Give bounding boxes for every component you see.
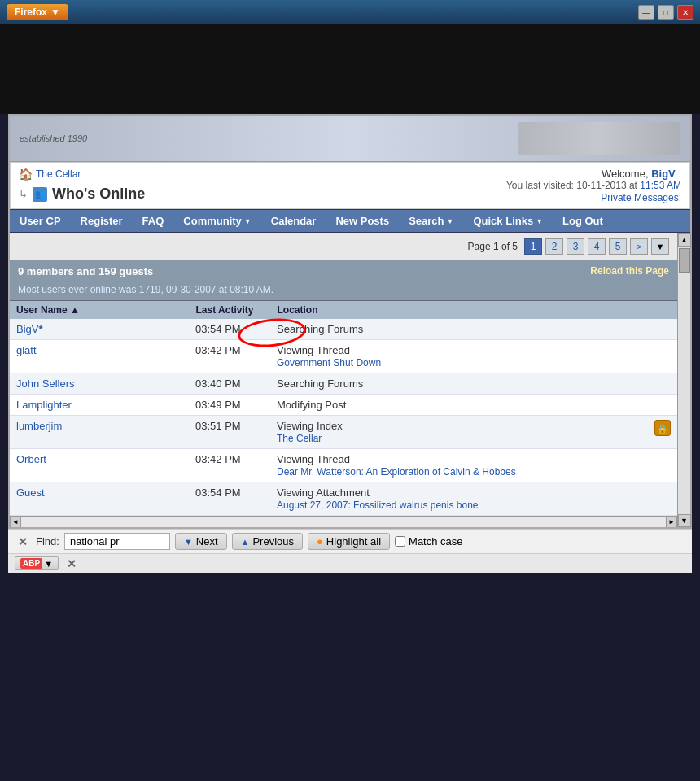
user-guest: Guest [16, 486, 45, 499]
match-case-checkbox[interactable] [395, 536, 405, 547]
firefox-label: Firefox [15, 7, 47, 18]
forum-header: established 1990 [10, 116, 690, 162]
nav-logout[interactable]: Log Out [553, 210, 613, 232]
match-case-area: Match case [395, 535, 462, 548]
scroll-thumb[interactable] [679, 248, 690, 273]
find-next-button[interactable]: ▼ Next [175, 533, 227, 550]
private-messages-link[interactable]: Private Messages: [601, 192, 681, 203]
highlight-icon: ● [317, 535, 323, 548]
nav-newposts[interactable]: New Posts [326, 210, 399, 232]
time-glatt: 03:42 PM [189, 340, 270, 373]
find-label: Find: [36, 535, 59, 548]
scroll-up-arrow[interactable]: ▲ [678, 233, 691, 247]
location-johnsellers: Searching Forums [270, 373, 677, 395]
table-row: Orbert 03:42 PM Viewing Thread Dear Mr. … [10, 449, 677, 482]
table-row: John Sellers 03:40 PM Searching Forums [10, 373, 677, 395]
page-btn-3[interactable]: 3 [567, 238, 584, 255]
window-title-bar: Firefox ▼ [7, 4, 68, 20]
reload-link[interactable]: Reload this Page [590, 265, 669, 277]
page-label: Page 1 of 5 [468, 241, 518, 252]
home-icon: 🏠 [19, 168, 33, 181]
table-row: glatt 03:42 PM Viewing Thread Government… [10, 340, 677, 373]
highlight-all-label: Highlight all [326, 535, 381, 548]
location-bigv: Searching Forums [270, 319, 677, 340]
vertical-scrollbar[interactable]: ▲ ▼ [677, 233, 690, 527]
users-table: User Name ▲ Last Activity Location [10, 301, 677, 516]
page-next-btn[interactable]: > [630, 238, 648, 255]
abp-close-button[interactable]: ✕ [63, 557, 80, 570]
find-next-label: Next [196, 535, 218, 548]
page-btn-2[interactable]: 2 [545, 238, 563, 255]
table-row: BigV* 03:54 PM Searching Forums [10, 319, 677, 340]
time-lamplighter: 03:49 PM [189, 395, 270, 416]
page-btn-5[interactable]: 5 [609, 238, 627, 255]
scroll-down-arrow[interactable]: ▼ [678, 514, 691, 527]
breadcrumb-arrow: ↳ [19, 188, 28, 200]
user-bigv-link[interactable]: BigV* [16, 323, 43, 335]
scroll-track[interactable] [21, 517, 666, 527]
user-orbert-link[interactable]: Orbert [16, 453, 46, 465]
nav-calendar[interactable]: Calendar [261, 210, 326, 232]
nav-usercp[interactable]: User CP [10, 210, 71, 232]
user-lumberjim-link[interactable]: lumberjim [16, 420, 62, 432]
breadcrumb-text: The Cellar [36, 168, 81, 180]
abp-bar-container: ABP ▼ ✕ [8, 553, 692, 573]
location-lumberjim-sub-link[interactable]: The Cellar [277, 433, 322, 444]
last-visited: You last visited: 10-11-2013 at 11:53 AM [506, 180, 681, 191]
match-case-label: Match case [409, 535, 462, 548]
nav-quicklinks-arrow: ▼ [536, 217, 543, 225]
page-dropdown[interactable]: ▼ [651, 238, 669, 255]
find-bar: ✕ Find: ▼ Next ▲ Previous ● Highlight al… [8, 529, 692, 553]
find-close-button[interactable]: ✕ [15, 535, 31, 548]
time-lumberjim: 03:51 PM [189, 416, 270, 449]
summary-text: 9 members and 159 guests [18, 265, 153, 277]
location-orbert-sub-link[interactable]: Dear Mr. Watterson: An Exploration of Ca… [277, 466, 516, 478]
breadcrumb-link[interactable]: 🏠 The Cellar [19, 168, 145, 181]
private-messages-area: Private Messages: [506, 191, 681, 203]
window-chrome: Firefox ▼ — □ ✕ [0, 0, 700, 24]
nav-search[interactable]: Search ▼ [399, 210, 463, 232]
last-visited-time[interactable]: 11:53 AM [640, 180, 681, 191]
find-prev-button[interactable]: ▲ Previous [232, 533, 303, 550]
col-username: User Name ▲ [10, 301, 189, 319]
sort-icon: ▲ [70, 304, 80, 316]
horizontal-scrollbar[interactable]: ◄ ► [10, 516, 677, 527]
page-btn-4[interactable]: 4 [588, 238, 606, 255]
location-guest-sub-link[interactable]: August 27, 2007: Fossilized walrus penis… [277, 500, 478, 511]
table-container: User Name ▲ Last Activity Location [10, 301, 677, 516]
col-username-link[interactable]: User Name [16, 304, 68, 316]
nav-faq[interactable]: FAQ [133, 210, 174, 232]
firefox-menu-button[interactable]: Firefox ▼ [7, 4, 68, 20]
maximize-button[interactable]: □ [658, 5, 674, 20]
col-last-activity: Last Activity [189, 301, 270, 319]
browser-toolbar [0, 24, 700, 114]
scroll-right-arrow[interactable]: ► [666, 517, 677, 528]
abp-button[interactable]: ABP ▼ [15, 556, 59, 570]
abp-label: ABP [20, 558, 42, 569]
username-link[interactable]: BigV [651, 168, 676, 180]
page-title-area: ↳ 👥 Who's Online [19, 185, 145, 203]
location-glatt-sub-link[interactable]: Government Shut Down [277, 357, 381, 369]
nav-quicklinks[interactable]: Quick Links ▼ [463, 210, 553, 232]
time-orbert: 03:42 PM [189, 449, 270, 482]
nav-quicklinks-label: Quick Links [473, 215, 533, 227]
find-input[interactable] [64, 533, 170, 550]
nav-community-label: Community [183, 215, 242, 227]
welcome-text: Welcome, BigV . [506, 168, 681, 180]
minimize-button[interactable]: — [638, 5, 654, 20]
find-next-arrow: ▼ [184, 537, 193, 547]
nav-register[interactable]: Register [71, 210, 133, 232]
window-controls: — □ ✕ [638, 5, 693, 20]
main-content: Page 1 of 5 1 2 3 4 5 > ▼ 9 members and … [10, 233, 677, 527]
highlight-all-button[interactable]: ● Highlight all [308, 533, 390, 550]
scroll-left-arrow[interactable]: ◄ [10, 517, 21, 528]
user-lamplighter-link[interactable]: Lamplighter [16, 399, 72, 411]
nav-community[interactable]: Community ▼ [173, 210, 260, 232]
table-row: lumberjim 03:51 PM Viewing Index The Cel… [10, 416, 677, 449]
close-button[interactable]: ✕ [677, 5, 693, 20]
time-bigv: 03:54 PM [189, 319, 270, 340]
user-johnsellers-link[interactable]: John Sellers [16, 377, 75, 390]
page-btn-1[interactable]: 1 [524, 238, 542, 255]
user-glatt-link[interactable]: glatt [16, 344, 37, 356]
time-johnsellers: 03:40 PM [189, 373, 270, 395]
